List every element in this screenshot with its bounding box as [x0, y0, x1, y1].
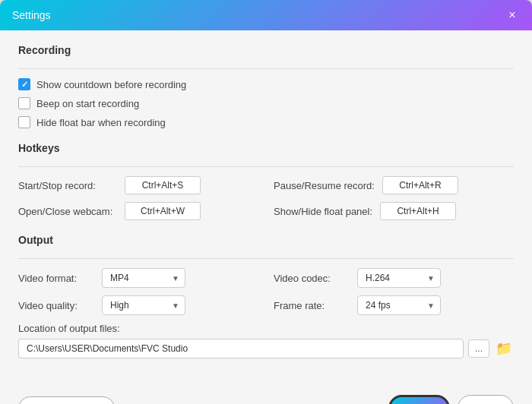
hotkey-webcam-input[interactable]	[125, 202, 201, 220]
hotkey-startstop-label: Start/Stop record:	[18, 180, 117, 191]
checkbox-row-countdown: Show countdown before recording	[18, 78, 514, 90]
video-format-wrapper: MP4 AVI MOV ▼	[102, 268, 185, 288]
hotkeys-section-title: Hotkeys	[18, 142, 514, 157]
output-section: Output Video format: MP4 AVI MOV ▼ V	[18, 234, 514, 358]
location-input[interactable]	[18, 339, 464, 358]
frame-rate-select[interactable]: 24 fps 30 fps 60 fps	[357, 295, 441, 315]
hotkeys-grid: Start/Stop record: Pause/Resume record: …	[18, 176, 514, 220]
output-row-format: Video format: MP4 AVI MOV ▼	[18, 268, 258, 288]
checkbox-row-floatbar: Hide float bar when recording	[18, 116, 514, 128]
video-quality-wrapper: High Medium Low ▼	[102, 295, 185, 315]
recording-divider	[18, 68, 514, 69]
dialog-title: Settings	[12, 9, 51, 21]
cancel-button[interactable]: Cancel	[458, 395, 514, 404]
video-quality-select[interactable]: High Medium Low	[102, 295, 185, 315]
checkbox-countdown[interactable]	[18, 78, 30, 90]
hotkey-pauseresume-input[interactable]	[382, 176, 458, 194]
video-format-select[interactable]: MP4 AVI MOV	[102, 268, 185, 288]
folder-icon-button[interactable]: 📁	[494, 340, 514, 357]
output-section-title: Output	[18, 234, 514, 249]
checkbox-floatbar-label: Hide float bar when recording	[36, 117, 166, 128]
output-framerate-label: Frame rate:	[274, 300, 350, 311]
hotkey-startstop-input[interactable]	[125, 176, 201, 194]
checkbox-countdown-label: Show countdown before recording	[36, 79, 186, 90]
browse-button[interactable]: ...	[468, 339, 489, 358]
output-divider	[18, 258, 514, 259]
ok-button[interactable]: OK	[388, 395, 450, 404]
hotkey-row-webcam: Open/Close webcam:	[18, 202, 258, 220]
output-row-framerate: Frame rate: 24 fps 30 fps 60 fps ▼	[274, 295, 514, 315]
title-bar: Settings ×	[0, 0, 532, 30]
hotkey-floatpanel-input[interactable]	[380, 202, 456, 220]
recording-section-title: Recording	[18, 44, 514, 59]
close-button[interactable]: ×	[505, 8, 520, 23]
hotkey-row-pauseresume: Pause/Resume record:	[274, 176, 514, 194]
hotkey-floatpanel-label: Show/Hide float panel:	[274, 206, 372, 217]
settings-dialog: Settings × Recording Show countdown befo…	[0, 0, 532, 404]
hotkey-pauseresume-label: Pause/Resume record:	[274, 180, 375, 191]
checkbox-row-beep: Beep on start recording	[18, 97, 514, 109]
footer-right: OK Cancel	[388, 395, 514, 404]
output-row-quality: Video quality: High Medium Low ▼	[18, 295, 258, 315]
footer: Reset to Default OK Cancel	[0, 386, 532, 404]
recording-section: Recording Show countdown before recordin…	[18, 44, 514, 128]
checkbox-beep-label: Beep on start recording	[36, 98, 139, 109]
frame-rate-wrapper: 24 fps 30 fps 60 fps ▼	[357, 295, 441, 315]
checkbox-beep[interactable]	[18, 97, 30, 109]
location-row: ... 📁	[18, 339, 514, 358]
output-format-label: Video format:	[18, 273, 94, 284]
output-codec-label: Video codec:	[274, 273, 350, 284]
location-label: Location of output files:	[18, 323, 514, 334]
hotkey-row-startstop: Start/Stop record:	[18, 176, 258, 194]
hotkeys-section: Hotkeys Start/Stop record: Pause/Resume …	[18, 142, 514, 220]
output-row-codec: Video codec: H.264 H.265 ▼	[274, 268, 514, 288]
video-codec-wrapper: H.264 H.265 ▼	[357, 268, 441, 288]
dialog-content: Recording Show countdown before recordin…	[0, 30, 532, 386]
reset-button[interactable]: Reset to Default	[18, 396, 115, 404]
video-codec-select[interactable]: H.264 H.265	[357, 268, 441, 288]
output-quality-label: Video quality:	[18, 300, 94, 311]
hotkey-webcam-label: Open/Close webcam:	[18, 206, 117, 217]
output-grid: Video format: MP4 AVI MOV ▼ Video codec:	[18, 268, 514, 315]
hotkey-row-floatpanel: Show/Hide float panel:	[274, 202, 514, 220]
checkbox-floatbar[interactable]	[18, 116, 30, 128]
hotkeys-divider	[18, 166, 514, 167]
